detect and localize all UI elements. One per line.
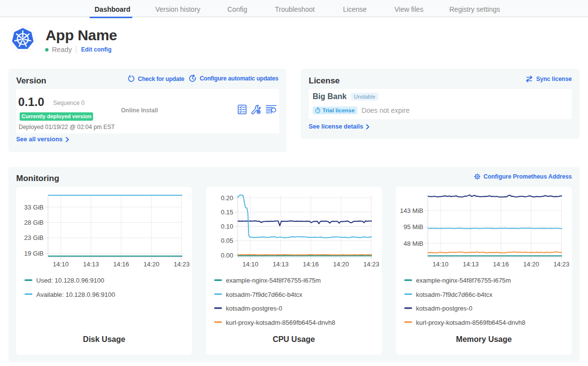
svg-text:14:23: 14:23 bbox=[173, 261, 190, 268]
svg-text:example-nginx-54f8f76755-l675m: example-nginx-54f8f76755-l675m bbox=[416, 277, 511, 284]
svg-text:kotsadm-7f9dc7d66c-b4tcx: kotsadm-7f9dc7d66c-b4tcx bbox=[416, 291, 493, 298]
svg-text:kotsadm-7f9dc7d66c-b4tcx: kotsadm-7f9dc7d66c-b4tcx bbox=[226, 291, 303, 298]
svg-text:14:23: 14:23 bbox=[553, 261, 569, 268]
svg-text:Available: 10.128.0.96:9100: Available: 10.128.0.96:9100 bbox=[36, 291, 115, 298]
svg-text:0.20: 0.20 bbox=[221, 194, 233, 202]
svg-text:kurl-proxy-kotsadm-8569fb6454-: kurl-proxy-kotsadm-8569fb6454-dnvh8 bbox=[416, 319, 525, 326]
svg-text:14:23: 14:23 bbox=[363, 261, 379, 268]
svg-text:CPU Usage: CPU Usage bbox=[272, 335, 315, 343]
svg-text:28 GiB: 28 GiB bbox=[24, 219, 44, 226]
svg-text:14:20: 14:20 bbox=[144, 261, 160, 268]
svg-text:Memory Usage: Memory Usage bbox=[456, 335, 512, 343]
svg-text:33 GiB: 33 GiB bbox=[24, 204, 44, 211]
svg-text:example-nginx-54f8f76755-l675m: example-nginx-54f8f76755-l675m bbox=[226, 277, 321, 284]
svg-text:14:13: 14:13 bbox=[463, 261, 479, 268]
svg-text:0.00: 0.00 bbox=[221, 252, 233, 259]
svg-text:Disk Usage: Disk Usage bbox=[83, 335, 125, 343]
svg-text:48 MiB: 48 MiB bbox=[404, 240, 423, 247]
svg-text:kotsadm-postgres-0: kotsadm-postgres-0 bbox=[226, 305, 282, 312]
svg-text:14:10: 14:10 bbox=[53, 261, 69, 268]
svg-text:14:13: 14:13 bbox=[83, 261, 99, 268]
svg-text:kurl-proxy-kotsadm-8569fb6454-: kurl-proxy-kotsadm-8569fb6454-dnvh8 bbox=[226, 319, 335, 326]
svg-text:14:10: 14:10 bbox=[243, 261, 259, 268]
svg-text:kotsadm-postgres-0: kotsadm-postgres-0 bbox=[416, 305, 472, 312]
svg-text:19 GiB: 19 GiB bbox=[24, 250, 44, 257]
svg-text:0.10: 0.10 bbox=[221, 223, 233, 230]
svg-text:Used: 10.128.0.96:9100: Used: 10.128.0.96:9100 bbox=[36, 277, 104, 284]
svg-text:14:13: 14:13 bbox=[272, 261, 289, 268]
svg-text:0.05: 0.05 bbox=[221, 237, 233, 244]
svg-text:143 MiB: 143 MiB bbox=[400, 207, 423, 214]
svg-text:14:16: 14:16 bbox=[303, 261, 319, 268]
svg-text:14:16: 14:16 bbox=[113, 261, 129, 268]
svg-text:14:20: 14:20 bbox=[523, 261, 539, 268]
svg-text:14:16: 14:16 bbox=[493, 261, 509, 268]
svg-text:95 MiB: 95 MiB bbox=[404, 223, 423, 231]
svg-text:0.15: 0.15 bbox=[221, 209, 233, 216]
svg-text:14:10: 14:10 bbox=[433, 261, 449, 268]
svg-text:14:20: 14:20 bbox=[333, 261, 349, 268]
svg-text:23 GiB: 23 GiB bbox=[24, 234, 44, 241]
